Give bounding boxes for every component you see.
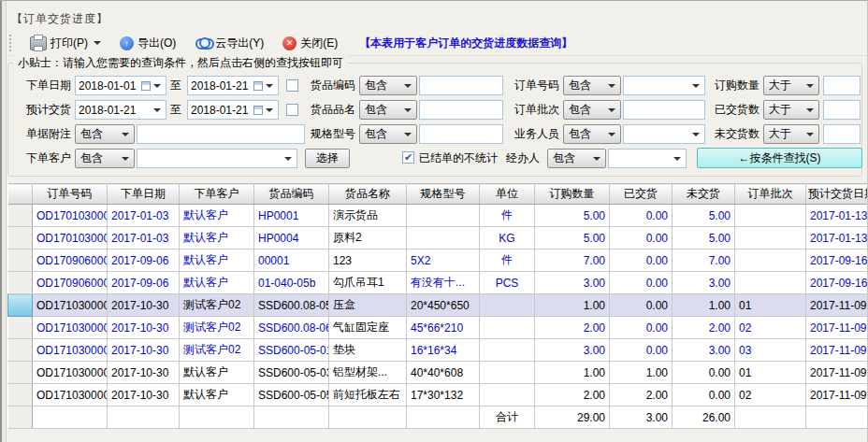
salesperson-combo[interactable] (623, 124, 705, 144)
expected-delivery-to[interactable]: 2018-01-21 (187, 100, 279, 120)
expected-delivery-from[interactable]: 2018-01-21 (75, 100, 166, 120)
column-header[interactable]: 货品编码 (254, 184, 329, 205)
chevron-down-icon[interactable] (266, 108, 273, 112)
order-date-checkbox[interactable] (286, 79, 298, 92)
table-cell: 2017-10-30 (108, 317, 180, 339)
customer-op[interactable]: 包含 (75, 149, 135, 168)
doc-note-input[interactable] (137, 124, 305, 144)
column-header[interactable]: 订单号码 (33, 184, 108, 205)
order-qty-input[interactable] (823, 76, 861, 95)
closed-exclude-checkbox[interactable]: ✔ (402, 151, 414, 164)
row-selector[interactable] (8, 294, 33, 317)
table-row[interactable]: OD17010300012017-01-03默认客户HP0001演示货品件5.0… (8, 205, 868, 227)
row-selector[interactable] (8, 362, 33, 384)
chevron-down-icon (404, 133, 412, 136)
export-button[interactable]: ↑ 导出(O) (117, 35, 179, 52)
column-header[interactable]: 订购数量 (535, 184, 610, 205)
undelivered-qty-op[interactable]: 大于 (763, 124, 819, 144)
item-name-op[interactable]: 包含 (359, 100, 417, 120)
toolbar-gripper[interactable] (9, 35, 14, 51)
column-header[interactable]: 下单日期 (108, 184, 180, 205)
closed-exclude-label: 已结单的不统计 (419, 149, 503, 168)
column-header[interactable]: 货品名称 (329, 184, 407, 205)
column-header[interactable]: 未交货 (673, 184, 735, 205)
form-caption: 【本表用于客户订单的交货进度数据查询】 (359, 36, 572, 51)
table-row[interactable]: OD17103000052017-10-30默认客户SSD600-05-05前短… (8, 384, 868, 406)
table-row[interactable]: OD17103000042017-10-30默认客户SSD600-05-03铝型… (8, 362, 868, 384)
row-selector[interactable] (8, 339, 33, 362)
chevron-down-icon (608, 108, 615, 112)
order-date-to[interactable]: 2018-01-21 (187, 76, 279, 95)
select-customer-button[interactable]: 选择 (305, 149, 350, 168)
table-row[interactable]: OD17103000022017-10-30测试客户02SSD600.08-06… (8, 317, 868, 339)
table-row[interactable]: OD17090600012017-09-06默认客户01-040-05b勾爪吊耳… (8, 272, 868, 294)
column-header[interactable]: 下单客户 (180, 184, 254, 205)
table-cell: 5.00 (535, 227, 610, 250)
table-cell: 垫块 (329, 339, 407, 362)
delivered-qty-input[interactable] (823, 100, 861, 120)
table-cell: 测试客户02 (180, 317, 254, 339)
doc-note-op[interactable]: 包含 (75, 124, 135, 144)
spec-input[interactable] (419, 124, 503, 144)
delivered-qty-op[interactable]: 大于 (763, 100, 819, 120)
table-row[interactable]: OD17103000012017-10-30测试客户02SSD600.08-05… (8, 294, 868, 317)
order-batch-input[interactable] (623, 100, 705, 120)
salesperson-op[interactable]: 包含 (563, 124, 621, 144)
order-date-to-value: 2018-01-21 (191, 79, 248, 93)
table-row[interactable]: 合计29.003.0026.00 (8, 406, 868, 429)
table-cell (735, 227, 806, 250)
row-selector[interactable] (8, 317, 33, 339)
row-selector[interactable] (8, 406, 33, 429)
column-header[interactable]: 订单批次 (735, 184, 806, 205)
order-qty-op[interactable]: 大于 (763, 76, 819, 95)
expected-delivery-checkbox[interactable] (286, 104, 298, 116)
chevron-down-icon[interactable] (153, 84, 161, 88)
chevron-down-icon[interactable] (673, 157, 681, 161)
table-cell (407, 227, 480, 250)
chevron-down-icon[interactable] (266, 84, 273, 88)
column-header[interactable]: 规格型号 (407, 184, 480, 205)
calendar-icon[interactable] (253, 81, 263, 91)
table-cell: HP0001 (254, 205, 329, 227)
column-header[interactable]: 预计交货日期 (806, 184, 868, 205)
table-cell: 0.00 (610, 227, 673, 250)
row-selector[interactable] (8, 272, 33, 294)
print-button[interactable]: 打印(P) (27, 35, 104, 52)
table-cell (329, 406, 407, 429)
chevron-down-icon[interactable] (94, 41, 101, 45)
calendar-icon[interactable] (253, 106, 263, 115)
table-cell (407, 406, 480, 429)
item-code-input[interactable] (419, 76, 503, 95)
table-row[interactable]: OD17090600012017-09-06默认客户000011235X2件7.… (8, 250, 868, 272)
handler-combo[interactable] (608, 149, 687, 168)
cloud-export-button[interactable]: 云导出(Y) (192, 35, 267, 52)
table-row[interactable]: OD17103000032017-10-30测试客户02SSD600-05-01… (8, 339, 868, 362)
calendar-icon[interactable] (141, 81, 151, 91)
search-button[interactable]: ←按条件查找(S) (697, 148, 862, 168)
handler-op[interactable]: 包含 (547, 149, 606, 168)
spec-op[interactable]: 包含 (359, 124, 417, 144)
row-selector[interactable] (8, 384, 33, 406)
column-header[interactable]: 已交货 (610, 184, 673, 205)
undelivered-qty-input[interactable] (823, 124, 861, 144)
order-no-op[interactable]: 包含 (563, 76, 621, 95)
order-batch-op[interactable]: 包含 (563, 100, 621, 120)
chevron-down-icon[interactable] (284, 157, 292, 161)
item-name-input[interactable] (419, 100, 503, 120)
row-selector[interactable] (8, 205, 33, 227)
table-cell: 默认客户 (180, 227, 254, 250)
customer-combo[interactable] (137, 149, 297, 168)
row-selector[interactable] (8, 227, 33, 250)
handler-op-value: 包含 (553, 150, 575, 166)
table-row[interactable]: OD17010300012017-01-03默认客户HP0004原料2KG5.0… (8, 227, 868, 250)
row-selector[interactable] (8, 250, 33, 272)
chevron-down-icon[interactable] (153, 108, 161, 112)
chevron-down-icon[interactable] (692, 133, 700, 136)
chevron-down-icon[interactable] (692, 84, 700, 88)
order-no-combo[interactable] (623, 76, 705, 95)
table-cell: OD1701030001 (33, 227, 108, 250)
close-button[interactable]: ✕ 关闭(E) (280, 35, 340, 52)
order-date-from[interactable]: 2018-01-01 (75, 76, 166, 95)
item-code-op[interactable]: 包含 (359, 76, 417, 95)
column-header[interactable]: 单位 (480, 184, 535, 205)
